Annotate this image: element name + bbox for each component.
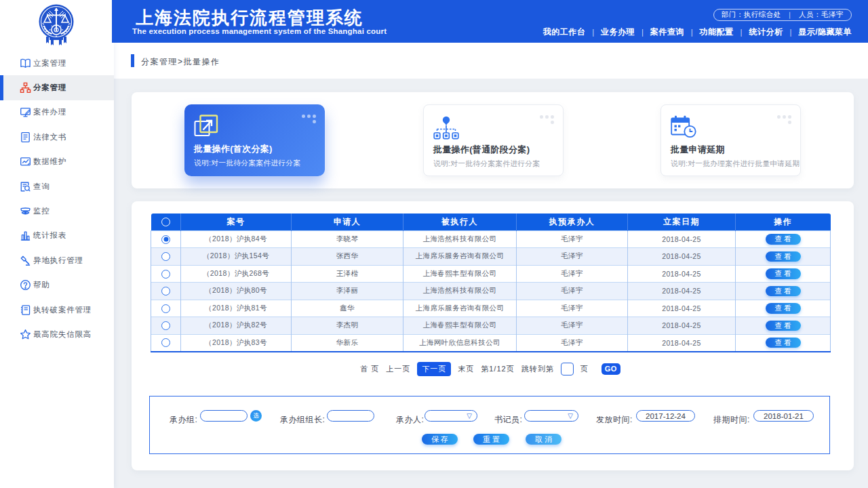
row-radio[interactable] — [161, 270, 170, 279]
cell-executee: 上海席乐服务咨询有限公司 — [403, 300, 517, 317]
sidebar-item-data-maintenance[interactable]: 数据维护 — [0, 150, 114, 174]
sidebar-item-bankruptcy-cases[interactable]: 执转破案件管理 — [0, 298, 114, 322]
cell-undertaker: 毛泽宇 — [517, 283, 628, 300]
undertaker-select[interactable]: ▽ — [425, 410, 477, 422]
pagination-prev[interactable]: 上一页 — [386, 364, 410, 374]
cell-case-no: （2018）沪执84号 — [181, 230, 292, 248]
view-button[interactable]: 查看 — [766, 303, 801, 314]
group-select-button[interactable]: 选 — [250, 410, 262, 422]
issue-time-label: 发放时间: — [596, 414, 633, 426]
row-radio[interactable] — [161, 235, 170, 244]
sidebar-item-supreme-court-dishonesty[interactable]: 最高院失信限高 — [0, 322, 114, 346]
group-leader-label: 承办组组长: — [280, 414, 325, 426]
data-chart-icon — [19, 156, 31, 168]
row-radio[interactable] — [161, 338, 170, 347]
batch-normal-assign-icon — [433, 115, 459, 143]
group-input[interactable] — [200, 410, 248, 422]
pagination-last[interactable]: 末页 — [458, 364, 474, 374]
cancel-button[interactable]: 取消 — [526, 434, 561, 445]
schedule-time-input[interactable] — [753, 410, 814, 422]
court-emblem-logo — [21, 4, 92, 46]
header-radio[interactable] — [161, 218, 170, 226]
gavel-icon — [19, 254, 31, 266]
nav-separator: ｜ — [688, 27, 696, 37]
org-chart-icon — [19, 82, 31, 94]
view-button[interactable]: 查看 — [766, 251, 801, 262]
sidebar-item-label: 立案管理 — [33, 58, 66, 68]
sidebar-item-case-filing[interactable]: 立案管理 — [0, 51, 114, 75]
table-row: （2018）沪执81号 鑫华 上海席乐服务咨询有限公司 毛泽宇 2018-04-… — [151, 300, 831, 317]
view-button[interactable]: 查看 — [766, 234, 801, 245]
cell-filing-date: 2018-04-25 — [628, 248, 736, 266]
assignment-form: 承办组: 选 承办组组长: 承办人: ▽ 书记员: ▽ 发放时间: 排期时间: … — [149, 396, 830, 454]
row-radio[interactable] — [161, 304, 170, 313]
view-button[interactable]: 查看 — [766, 286, 801, 297]
breadcrumb-accent-bar — [131, 54, 134, 67]
sidebar-item-label: 最高院失信限高 — [33, 329, 92, 340]
card-description: 说明:对一批待分案案件进行分案 — [194, 159, 300, 168]
save-button[interactable]: 保存 — [422, 434, 458, 445]
top-nav: 我的工作台 ｜ 业务办理 ｜ 案件查询 ｜ 功能配置 ｜ 统计分析 ｜ 显示/隐… — [543, 26, 852, 37]
document-icon — [19, 131, 31, 143]
column-header-filing-date: 立案日期 — [628, 214, 736, 230]
row-radio[interactable] — [161, 321, 170, 330]
view-button[interactable]: 查看 — [766, 268, 801, 279]
nav-item-business[interactable]: 业务办理 — [601, 26, 635, 38]
cell-filing-date: 2018-04-25 — [628, 265, 736, 283]
sidebar-item-label: 案件办理 — [33, 107, 66, 117]
user-person: 人员：毛泽宇 — [799, 10, 844, 20]
sidebar-item-label: 异地执行管理 — [33, 256, 83, 266]
app-header: 上海法院执行流程管理系统 The execution process manag… — [112, 0, 868, 43]
sidebar-item-case-assignment[interactable]: 分案管理 — [0, 75, 114, 100]
notebook-icon — [19, 304, 31, 316]
view-button[interactable]: 查看 — [766, 338, 801, 348]
pagination-jump-input[interactable] — [561, 363, 574, 375]
chevron-down-icon: ▽ — [467, 412, 472, 420]
cell-applicant: 李杰明 — [292, 317, 403, 335]
cell-undertaker: 毛泽宇 — [517, 317, 628, 335]
group-leader-input[interactable] — [327, 410, 374, 422]
sidebar-item-monitoring[interactable]: 监控 — [0, 199, 114, 223]
table-row: （2018）沪执154号 张西华 上海席乐服务咨询有限公司 毛泽宇 2018-0… — [151, 248, 831, 266]
table-row: （2018）沪执83号 华新乐 上海网叶欣信息科技公司 毛泽宇 2018-04-… — [151, 334, 831, 352]
cell-applicant: 王泽楷 — [292, 265, 403, 283]
card-description: 说明:对一批办理案件进行批量申请延期 — [671, 159, 800, 169]
nav-item-case-query[interactable]: 案件查询 — [650, 26, 684, 38]
pagination-next[interactable]: 下一页 — [417, 362, 451, 376]
issue-time-input[interactable] — [636, 410, 695, 422]
column-header-case-no: 案号 — [181, 214, 292, 230]
search-doc-icon — [19, 180, 31, 192]
cell-executee: 上海席乐服务咨询有限公司 — [403, 248, 517, 266]
sidebar-item-label: 查询 — [33, 182, 50, 192]
cell-executee: 上海网叶欣信息科技公司 — [403, 334, 517, 352]
clerk-label: 书记员: — [494, 414, 522, 426]
nav-item-workbench[interactable]: 我的工作台 — [543, 26, 586, 38]
sidebar-item-help[interactable]: 帮助 — [0, 273, 114, 298]
help-icon — [19, 279, 31, 291]
app-subtitle: The execution process management system … — [132, 27, 387, 35]
card-batch-delay-request[interactable]: 批量申请延期 说明:对一批办理案件进行批量申请延期 — [660, 104, 801, 176]
nav-item-toggle-menu[interactable]: 显示/隐藏菜单 — [798, 26, 852, 38]
sidebar-item-remote-execution[interactable]: 异地执行管理 — [0, 248, 114, 272]
nav-item-stats[interactable]: 统计分析 — [749, 26, 783, 38]
reset-button[interactable]: 重置 — [473, 434, 509, 445]
row-radio[interactable] — [161, 287, 170, 296]
book-icon — [19, 57, 31, 69]
sidebar-item-case-handling[interactable]: 案件办理 — [0, 100, 114, 125]
cell-executee: 上海春熙丰型有限公司 — [403, 317, 517, 335]
sidebar-item-statistics-report[interactable]: 统计报表 — [0, 224, 114, 248]
pagination-go-button[interactable]: GO — [601, 363, 620, 375]
pagination-first[interactable]: 首 页 — [360, 364, 379, 374]
cell-filing-date: 2018-04-25 — [628, 283, 736, 300]
sidebar-item-query[interactable]: 查询 — [0, 174, 114, 199]
card-batch-first-assign[interactable]: 批量操作(首次分案) 说明:对一批待分案案件进行分案 — [184, 104, 325, 176]
clerk-select[interactable]: ▽ — [524, 410, 578, 422]
nav-separator: ｜ — [738, 27, 745, 37]
sidebar-item-legal-documents[interactable]: 法律文书 — [0, 125, 114, 149]
card-batch-normal-assign[interactable]: 批量操作(普通阶段分案) 说明:对一批待分案案件进行分案 — [423, 104, 564, 176]
view-button[interactable]: 查看 — [766, 321, 801, 331]
row-radio[interactable] — [161, 252, 170, 261]
nav-item-config[interactable]: 功能配置 — [700, 26, 734, 38]
user-info-pill: 部门：执行综合处 ｜ 人员：毛泽宇 — [713, 9, 852, 21]
sidebar-item-label: 数据维护 — [33, 157, 66, 167]
